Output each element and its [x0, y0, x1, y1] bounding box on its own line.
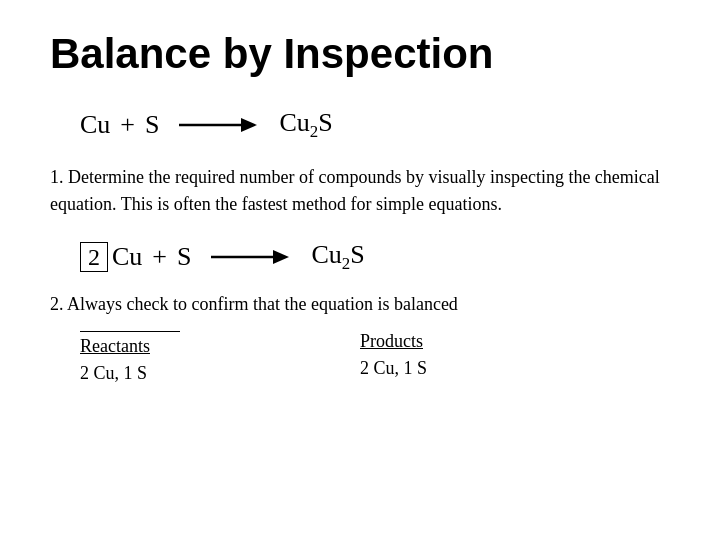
eq1-reactant-cu: Cu [80, 110, 110, 140]
eq1-plus: + [120, 110, 135, 140]
svg-marker-1 [241, 118, 257, 132]
equation-2: 2 Cu + S Cu2S [80, 240, 670, 274]
eq1-product: Cu2S [279, 108, 332, 142]
eq1-reactant-s: S [145, 110, 159, 140]
coefficient-box: 2 [80, 242, 108, 272]
eq2-product: Cu2S [311, 240, 364, 274]
description-text: 1. Determine the required number of comp… [50, 164, 670, 218]
products-header: Products [360, 331, 640, 352]
eq1-arrow [179, 111, 259, 139]
balance-table: Reactants 2 Cu, 1 S Products 2 Cu, 1 S [80, 331, 670, 384]
eq2-plus: + [152, 242, 167, 272]
check-statement: 2. Always check to confirm that the equa… [50, 294, 670, 315]
eq2-reactant-s: S [177, 242, 191, 272]
reactants-value: 2 Cu, 1 S [80, 363, 360, 384]
equation-1: Cu + S Cu2S [80, 108, 670, 142]
eq2-arrow [211, 243, 291, 271]
page-title: Balance by Inspection [50, 30, 670, 78]
reactants-header: Reactants [80, 336, 360, 357]
svg-marker-3 [273, 250, 289, 264]
products-column: Products 2 Cu, 1 S [360, 331, 640, 379]
products-value: 2 Cu, 1 S [360, 358, 640, 379]
reactants-column: Reactants 2 Cu, 1 S [80, 331, 360, 384]
eq2-reactant-cu: Cu [112, 242, 142, 272]
